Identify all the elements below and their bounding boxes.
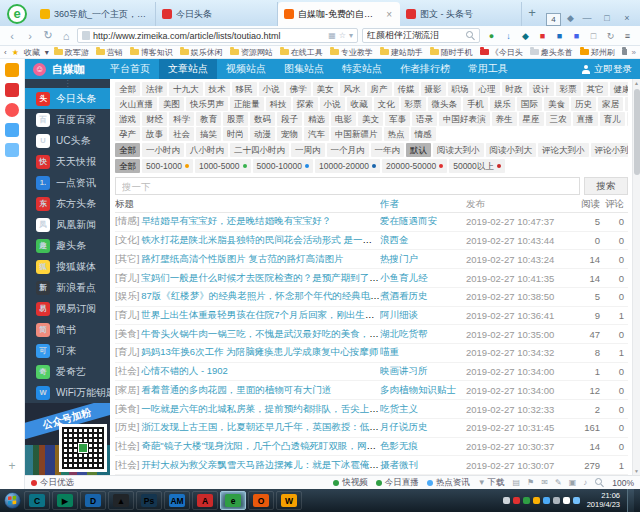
login-button[interactable]: 立即登录 xyxy=(581,63,632,76)
author-link[interactable]: 摄者微刊 xyxy=(380,459,466,472)
app-compass[interactable]: ▲ xyxy=(108,491,134,510)
hot-news-item[interactable]: 热点资讯 xyxy=(427,477,470,489)
author-link[interactable]: 多肉植物知识贴士 xyxy=(380,384,466,397)
category-pill[interactable]: 动漫 xyxy=(250,127,275,141)
category-pill[interactable]: 中国新疆片 xyxy=(331,127,382,141)
category-pill[interactable]: 小说 xyxy=(320,97,345,111)
category-pill[interactable]: 直播 xyxy=(573,112,598,126)
bookmark-item[interactable]: 娱乐休闲 xyxy=(180,47,223,58)
category-pill[interactable]: 美图 xyxy=(159,97,184,111)
today-live-item[interactable]: 今日直播 xyxy=(376,477,419,489)
category-pill[interactable]: 汽车 xyxy=(304,127,329,141)
tray-icon-5[interactable] xyxy=(543,497,550,504)
author-link[interactable]: 湖北吃货帮 xyxy=(380,328,466,341)
app-360-browser[interactable]: e xyxy=(220,491,246,510)
category-pill[interactable]: 历史 xyxy=(571,97,596,111)
category-pill[interactable]: 微头条 xyxy=(428,97,462,111)
show-desktop-button[interactable] xyxy=(627,489,634,512)
category-pill[interactable]: 中国好表演 xyxy=(439,112,490,126)
tray-icon-4[interactable] xyxy=(533,497,540,504)
category-pill[interactable]: 家居 xyxy=(598,97,623,111)
app-photoshop[interactable]: Ps xyxy=(136,491,162,510)
address-bar[interactable]: ▦ ☆ ▾ xyxy=(77,28,358,43)
bookmarks-overflow-icon[interactable]: » xyxy=(632,48,636,57)
site-nav-item[interactable]: 图集站点 xyxy=(275,59,333,79)
app-orange-circle[interactable]: O xyxy=(248,491,274,510)
article-title-link[interactable]: 开封大叔为救父亲飘雪天马路边摆摊儿：就是下冰雹俺也不走 xyxy=(141,459,380,470)
category-pill[interactable]: 时政 xyxy=(502,82,527,96)
time-filter-pill[interactable]: 一周内 xyxy=(291,143,325,157)
reads-filter-pill[interactable]: 全部 xyxy=(115,159,140,173)
safe-shield-icon[interactable]: ● xyxy=(484,31,499,41)
reads-filter-pill[interactable]: 10000-20000 xyxy=(315,159,380,173)
url-input[interactable] xyxy=(93,31,325,41)
sidebar-platform-item[interactable]: 凤 凤凰新闻 xyxy=(25,214,110,235)
article-title-link[interactable]: 铁水打花是陕北米脂县独特的民间花会活动形式 是一种古老的烟火 xyxy=(141,234,380,245)
article-title-link[interactable]: 妈妈13年换6次工作 为陪脑瘫痪患儿学成康复中心按摩师 xyxy=(141,346,378,357)
tab-close-icon[interactable]: × xyxy=(384,9,394,20)
strip-live-icon[interactable] xyxy=(5,103,19,117)
app-potplayer[interactable]: D xyxy=(80,491,106,510)
forward-button[interactable]: › xyxy=(23,30,37,42)
time-filter-pill[interactable]: 一年内 xyxy=(371,143,405,157)
site-nav-item[interactable]: 常用工具 xyxy=(459,59,517,79)
taskbar-clock[interactable]: 21:06 2019/4/23 xyxy=(583,492,624,509)
category-pill[interactable]: 星座 xyxy=(519,112,544,126)
bookmark-item[interactable]: 《今日头 xyxy=(480,47,523,58)
category-pill[interactable]: 旅游 xyxy=(627,112,629,126)
category-pill[interactable]: 移民 xyxy=(232,82,257,96)
category-pill[interactable]: 教育 xyxy=(196,112,221,126)
article-title-link[interactable]: 世界上出生体重最轻男孩在住院7个月后回家，刚出生时仅仅0.27kg xyxy=(141,309,380,320)
phone-icon[interactable]: □ xyxy=(586,31,601,41)
start-button[interactable] xyxy=(2,491,22,511)
sidebar-platform-item[interactable]: 快 天天快报 xyxy=(25,151,110,172)
reads-filter-pill[interactable]: 50000以上 xyxy=(449,159,505,173)
sidebar-handle-icon[interactable]: ⋮ xyxy=(25,79,110,88)
back-button[interactable]: ‹ xyxy=(5,30,19,42)
category-pill[interactable]: 文化 xyxy=(374,97,399,111)
category-pill[interactable]: 彩票 xyxy=(556,82,581,96)
today-picks-item[interactable]: 今日优选 xyxy=(31,477,74,489)
bookmark-item[interactable]: 专业教学 xyxy=(330,47,373,58)
sidebar-platform-item[interactable]: 奇 爱奇艺 xyxy=(25,361,110,382)
download-icon[interactable]: ↓ xyxy=(501,31,516,41)
minimize-button[interactable]: — xyxy=(580,13,594,23)
category-pill[interactable]: 育儿 xyxy=(600,112,625,126)
sidebar-platform-item[interactable]: 百 百度百家 xyxy=(25,109,110,130)
category-pill[interactable]: 情感 xyxy=(411,127,436,141)
qr-mini-icon[interactable]: ▦ xyxy=(328,31,336,40)
category-pill[interactable]: 宠物 xyxy=(277,127,302,141)
category-pill[interactable]: 美文 xyxy=(358,112,383,126)
category-pill[interactable]: 三农 xyxy=(546,112,571,126)
message-icon[interactable]: ✉ xyxy=(541,478,548,487)
category-pill[interactable]: 社会 xyxy=(169,127,194,141)
promo-banner[interactable]: 公众号加粉 小说粉代投 xyxy=(25,403,110,475)
app-camtasia[interactable]: C xyxy=(24,491,50,510)
time-filter-pill[interactable]: 一个月内 xyxy=(327,143,369,157)
author-link[interactable]: 阿川细谈 xyxy=(380,309,466,322)
time-filter-pill[interactable]: 二十四小时内 xyxy=(230,143,289,157)
plugin-icon[interactable]: ◆ xyxy=(518,31,533,41)
browser-tab[interactable]: 自媒咖-免费的自媒体辅助软件_自媒 × xyxy=(278,2,400,26)
category-pill[interactable]: 财经 xyxy=(142,112,167,126)
close-button[interactable]: × xyxy=(620,13,634,23)
zoom-level[interactable]: 100% xyxy=(612,478,634,488)
category-pill[interactable]: 传媒 xyxy=(394,82,419,96)
bookmark-item[interactable]: 随时手机 xyxy=(430,47,473,58)
category-pill[interactable]: 正能量 xyxy=(230,97,264,111)
windows-icon[interactable]: ▣ xyxy=(569,478,577,487)
bookmark-item[interactable]: 资源网站 xyxy=(230,47,273,58)
sidebar-platform-item[interactable]: 新 新浪看点 xyxy=(25,277,110,298)
scrollbar-thumb[interactable] xyxy=(634,89,640,175)
site-nav-item[interactable]: 作者排行榜 xyxy=(391,59,459,79)
reads-filter-pill[interactable]: 20000-50000 xyxy=(382,159,447,173)
bookmark-item[interactable]: 建站助手 xyxy=(380,47,423,58)
tray-icon-3[interactable] xyxy=(523,497,530,504)
strip-toutiao-icon[interactable] xyxy=(5,83,19,97)
article-title-link[interactable]: 看着普通的多肉花园，里面的植物可有大门道 xyxy=(141,384,331,395)
time-filter-pill[interactable]: 一小时内 xyxy=(142,143,184,157)
category-pill[interactable]: 摄影 xyxy=(421,82,446,96)
reads-filter-pill[interactable]: 5000-10000 xyxy=(253,159,313,173)
bookmarks-collapse-icon[interactable]: ‹ xyxy=(4,48,7,57)
author-link[interactable]: 吃货主义 xyxy=(380,403,466,416)
